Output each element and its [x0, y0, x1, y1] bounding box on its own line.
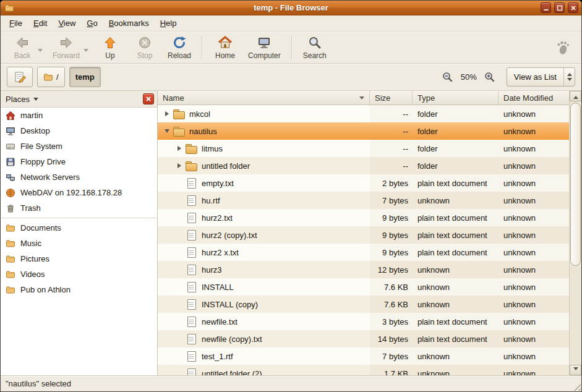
file-date-modified: unknown	[499, 261, 569, 278]
table-row[interactable]: mkcol -- folder unknown	[158, 105, 569, 122]
close-icon	[570, 4, 577, 12]
scrollbar-track[interactable]	[570, 101, 581, 365]
file-icon	[185, 195, 198, 206]
expander-icon[interactable]	[173, 146, 185, 151]
back-button[interactable]: Back	[6, 33, 39, 62]
file-name: nautilus	[189, 127, 217, 136]
sidebar-item[interactable]: Videos	[1, 266, 157, 282]
maximize-icon	[556, 4, 563, 12]
file-icon	[185, 333, 198, 344]
toggle-location-entry-button[interactable]	[7, 67, 33, 87]
sidebar-item[interactable]: WebDAV on 192.168.178.28	[1, 185, 157, 200]
table-row[interactable]: test_1.rtf 7 bytes unknown unknown	[158, 347, 569, 365]
view-mode-stepper[interactable]	[563, 68, 575, 86]
scroll-up-button[interactable]	[570, 91, 581, 101]
sidebar-item[interactable]: Pictures	[1, 251, 157, 266]
table-row[interactable]: newfile (copy).txt 14 bytes plain text d…	[158, 330, 569, 347]
sidebar-item[interactable]: Documents	[1, 220, 157, 236]
stepper-up-icon	[567, 70, 572, 76]
file-name: hurz2.txt	[202, 213, 233, 223]
scroll-down-button[interactable]	[570, 365, 581, 375]
menu-item[interactable]: Go	[81, 17, 103, 30]
forward-history-caret[interactable]	[83, 49, 88, 54]
search-icon	[307, 35, 322, 50]
menu-item[interactable]: View	[53, 17, 81, 30]
sidebar-close-button[interactable]	[143, 93, 154, 104]
menu-item[interactable]: Edit	[28, 17, 53, 30]
sidebar-item[interactable]: Trash	[1, 200, 157, 216]
file-name: hurz3	[202, 265, 222, 275]
file-size: 7 bytes	[370, 192, 413, 209]
table-row[interactable]: hurz2 x.txt 9 bytes plain text document …	[158, 244, 569, 261]
status-bar: "nautilus" selected	[1, 375, 581, 391]
place-icon	[6, 188, 15, 198]
table-row[interactable]: INSTALL (copy) 7.6 KB unknown unknown	[158, 296, 569, 313]
vertical-scrollbar[interactable]	[569, 91, 581, 375]
sidebar-item[interactable]: File System	[1, 138, 157, 154]
file-icon	[185, 160, 198, 171]
table-row[interactable]: nautilus -- folder unknown	[158, 122, 569, 140]
minimize-button[interactable]	[541, 2, 551, 13]
sidebar-item[interactable]: Music	[1, 236, 157, 251]
expander-icon[interactable]	[173, 163, 185, 168]
column-header-size[interactable]: Size	[370, 91, 413, 105]
table-row[interactable]: hurz3 12 bytes unknown unknown	[158, 261, 569, 278]
sidebar-item-label: Network Servers	[20, 173, 80, 182]
home-button[interactable]: Home	[208, 33, 242, 62]
bookmarks-list: Documents Music Pictures Videos	[1, 220, 157, 297]
sidebar-item[interactable]: martin	[1, 108, 157, 123]
table-row[interactable]: INSTALL 7.6 KB unknown unknown	[158, 278, 569, 296]
file-type: plain text document	[413, 313, 499, 330]
file-list: mkcol -- folder unknown nautilus	[158, 105, 569, 375]
titlebar[interactable]: temp - File Browser	[1, 1, 581, 15]
path-current-folder-button[interactable]: temp	[69, 67, 101, 87]
file-name: INSTALL	[202, 283, 234, 292]
menu-item[interactable]: Bookmarks	[103, 17, 155, 30]
up-button[interactable]: Up	[93, 33, 127, 62]
table-row[interactable]: hurz2.txt 9 bytes plain text document un…	[158, 209, 569, 226]
sidebar-item[interactable]: Desktop	[1, 123, 157, 138]
table-row[interactable]: hurz2 (copy).txt 9 bytes plain text docu…	[158, 226, 569, 244]
reload-button[interactable]: Reload	[163, 33, 196, 62]
resize-grip[interactable]	[571, 381, 581, 391]
table-row[interactable]: untitled folder (2) 1.7 KB unknown unkno…	[158, 365, 569, 375]
table-row[interactable]: empty.txt 2 bytes plain text document un…	[158, 174, 569, 192]
file-icon	[185, 351, 198, 362]
column-header-date-modified[interactable]: Date Modified	[499, 91, 569, 105]
place-icon	[6, 254, 15, 264]
table-row[interactable]: hu.rtf 7 bytes unknown unknown	[158, 192, 569, 209]
file-date-modified: unknown	[499, 347, 569, 365]
file-icon	[185, 316, 198, 327]
search-button[interactable]: Search	[298, 33, 332, 62]
view-mode-select[interactable]: View as List	[507, 67, 575, 87]
file-name: INSTALL (copy)	[202, 300, 258, 309]
maximize-button[interactable]	[554, 2, 565, 13]
zoom-in-button[interactable]	[482, 70, 497, 85]
table-row[interactable]: newfile.txt 3 bytes plain text document …	[158, 313, 569, 330]
sidebar-item[interactable]: Floppy Drive	[1, 154, 157, 169]
menu-item[interactable]: File	[4, 17, 28, 30]
back-history-caret[interactable]	[38, 49, 43, 54]
zoom-level: 50%	[461, 72, 477, 82]
scrollbar-thumb[interactable]	[570, 103, 581, 266]
sidebar-item[interactable]: Pub on Athlon	[1, 282, 157, 297]
column-headers: Name Size Type Date Modified	[158, 91, 569, 105]
file-name: newfile.txt	[202, 317, 238, 326]
column-header-name[interactable]: Name	[158, 91, 370, 105]
close-button[interactable]	[568, 2, 578, 13]
menu-item[interactable]: Help	[155, 17, 182, 30]
table-row[interactable]: untitled folder -- folder unknown	[158, 157, 569, 174]
forward-button[interactable]: Forward	[48, 33, 85, 62]
file-icon	[185, 212, 198, 223]
zoom-out-button[interactable]	[440, 70, 455, 85]
column-header-type[interactable]: Type	[413, 91, 499, 105]
sidebar-item[interactable]: Network Servers	[1, 169, 157, 185]
stop-button[interactable]: Stop	[128, 33, 161, 62]
table-row[interactable]: litmus -- folder unknown	[158, 140, 569, 157]
sidebar-mode-caret-icon[interactable]	[33, 98, 38, 103]
sidebar-item-label: Desktop	[20, 126, 50, 135]
expander-icon[interactable]	[161, 111, 173, 116]
expander-icon[interactable]	[161, 129, 173, 133]
computer-button[interactable]: Computer	[243, 33, 286, 62]
path-root-button[interactable]: /	[37, 67, 65, 87]
